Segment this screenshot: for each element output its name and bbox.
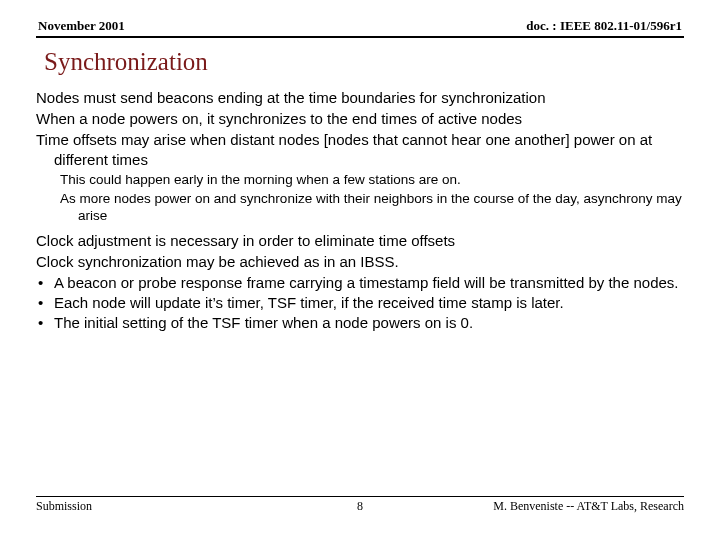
header-doc-id: doc. : IEEE 802.11-01/596r1 <box>526 18 682 34</box>
bullet-icon: • <box>36 273 54 292</box>
sub-paragraph: As more nodes power on and synchronize w… <box>36 190 684 225</box>
paragraph: Time offsets may arise when distant node… <box>36 130 684 168</box>
header: November 2001 doc. : IEEE 802.11-01/596r… <box>36 18 684 34</box>
header-rule <box>36 36 684 38</box>
list-item-text: Each node will update it’s timer, TSF ti… <box>54 293 684 312</box>
slide-body: Nodes must send beacons ending at the ti… <box>36 88 684 332</box>
paragraph: Clock synchronization may be achieved as… <box>36 252 684 271</box>
slide: November 2001 doc. : IEEE 802.11-01/596r… <box>0 0 720 540</box>
footer-rule <box>36 496 684 497</box>
sub-paragraph: This could happen early in the morning w… <box>36 171 684 188</box>
bullet-icon: • <box>36 313 54 332</box>
slide-title: Synchronization <box>44 48 684 76</box>
list-item: • The initial setting of the TSF timer w… <box>36 313 684 332</box>
header-date: November 2001 <box>38 18 125 34</box>
list-item-text: A beacon or probe response frame carryin… <box>54 273 684 292</box>
footer: 8 Submission M. Benveniste -- AT&T Labs,… <box>36 496 684 514</box>
list-item: • Each node will update it’s timer, TSF … <box>36 293 684 312</box>
page-number: 8 <box>36 499 684 514</box>
list-item-text: The initial setting of the TSF timer whe… <box>54 313 684 332</box>
bullet-icon: • <box>36 293 54 312</box>
bullet-list: • A beacon or probe response frame carry… <box>36 273 684 333</box>
list-item: • A beacon or probe response frame carry… <box>36 273 684 292</box>
paragraph: When a node powers on, it synchronizes t… <box>36 109 684 128</box>
paragraph: Nodes must send beacons ending at the ti… <box>36 88 684 107</box>
paragraph: Clock adjustment is necessary in order t… <box>36 231 684 250</box>
